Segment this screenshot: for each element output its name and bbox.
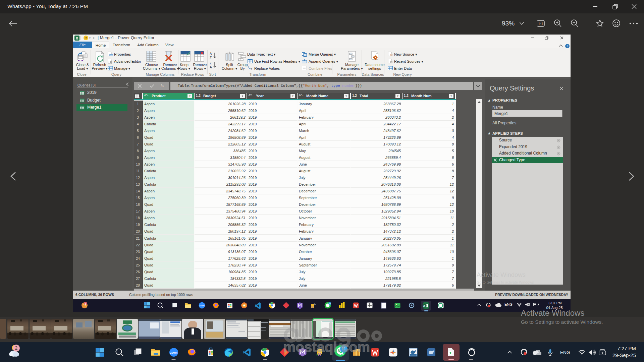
- svg-text:zoom: zoom: [199, 305, 205, 307]
- svg-text:2: 2: [251, 68, 252, 70]
- svg-text:1: 1: [248, 66, 249, 69]
- svg-text:Z: Z: [210, 56, 212, 60]
- svg-text:A: A: [210, 52, 212, 56]
- svg-text:25: 25: [329, 303, 331, 305]
- svg-text:Z: Z: [210, 61, 212, 65]
- svg-text:zoom: zoom: [170, 351, 178, 354]
- svg-text:X: X: [76, 36, 78, 40]
- svg-text:1:1: 1:1: [538, 22, 543, 26]
- svg-text:5: 5: [85, 302, 87, 305]
- svg-text:?: ?: [567, 45, 568, 48]
- svg-text:A: A: [210, 65, 212, 69]
- svg-text:X: X: [423, 304, 425, 307]
